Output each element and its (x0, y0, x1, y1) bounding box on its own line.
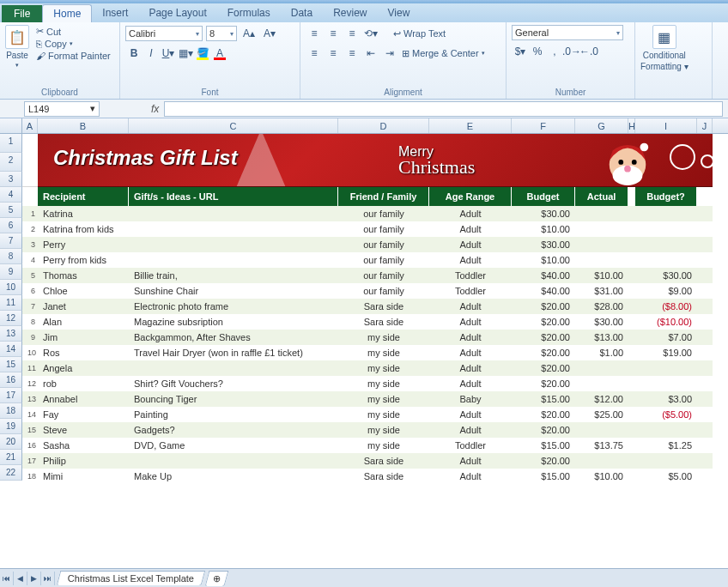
conditional-formatting-button[interactable]: ▦ Conditional Formatting ▾ (640, 25, 689, 71)
underline-button[interactable]: U▾ (160, 45, 177, 62)
table-cell[interactable]: Bouncing Tiger (129, 394, 338, 404)
table-cell[interactable]: $15.00 (512, 394, 575, 404)
row-header[interactable]: 9 (0, 264, 22, 280)
table-cell[interactable]: Adult (429, 317, 512, 327)
row-header[interactable]: 18 (0, 403, 22, 419)
table-cell[interactable]: $12.00 (575, 394, 628, 404)
comma-button[interactable]: , (546, 43, 563, 60)
table-cell[interactable]: $15.00 (512, 440, 575, 451)
table-cell[interactable]: Adult (429, 224, 512, 234)
table-cell[interactable]: $20.00 (512, 378, 575, 389)
table-cell[interactable]: my side (338, 440, 429, 451)
tab-home[interactable]: Home (42, 4, 92, 22)
row-header[interactable]: 13 (0, 326, 22, 342)
table-cell[interactable]: Jim (38, 332, 129, 342)
table-cell[interactable]: Sara side (338, 456, 429, 466)
table-cell[interactable]: Adult (429, 209, 512, 219)
table-cell[interactable]: $10.00 (575, 471, 628, 481)
table-cell[interactable]: Shirt? Gift Vouchers? (129, 378, 338, 389)
table-cell[interactable]: 12 (22, 379, 38, 388)
last-sheet-button[interactable]: ⏭ (41, 572, 55, 585)
dec-decimal-button[interactable]: ←.0 (580, 43, 598, 60)
font-color-button[interactable]: A (211, 45, 228, 62)
table-cell[interactable]: Electronic photo frame (129, 301, 338, 312)
table-cell[interactable]: Ros (38, 348, 129, 358)
prev-sheet-button[interactable]: ◀ (14, 572, 27, 585)
table-cell[interactable]: our family (338, 239, 429, 250)
table-cell[interactable]: $1.25 (635, 440, 697, 451)
table-cell[interactable]: Sara side (338, 471, 429, 481)
format-painter-button[interactable]: 🖌Format Painter (34, 50, 112, 62)
table-cell[interactable]: Baby (429, 394, 512, 404)
row-header[interactable]: 16 (0, 372, 22, 388)
table-cell[interactable]: $13.00 (575, 332, 628, 342)
shrink-font-button[interactable]: A▾ (261, 25, 278, 42)
table-row[interactable]: 5ThomasBillie train,our familyToddler$40… (22, 268, 713, 283)
table-row[interactable]: 13AnnabelBouncing Tigermy sideBaby$15.00… (22, 391, 713, 407)
font-size-select[interactable]: 8▾ (206, 26, 237, 41)
table-cell[interactable]: 14 (22, 410, 38, 419)
table-cell[interactable]: 11 (22, 364, 38, 372)
table-cell[interactable]: 10 (22, 348, 38, 357)
table-cell[interactable]: Thomas (38, 270, 129, 281)
row-header[interactable]: 1 (0, 134, 22, 153)
table-cell[interactable]: $20.00 (512, 409, 575, 420)
table-cell[interactable]: 8 (22, 318, 38, 326)
column-header[interactable]: H (628, 118, 635, 133)
tab-data[interactable]: Data (281, 4, 323, 22)
table-cell[interactable]: Toddler (429, 440, 512, 451)
table-cell[interactable]: our family (338, 286, 429, 296)
align-top-button[interactable]: ≡ (306, 25, 323, 42)
row-header[interactable]: 12 (0, 311, 22, 326)
table-cell[interactable]: Katrina (38, 209, 129, 219)
table-cell[interactable]: Alan (38, 317, 129, 327)
table-cell[interactable]: ($8.00) (635, 301, 697, 312)
table-cell[interactable]: our family (338, 224, 429, 234)
table-cell[interactable]: my side (338, 409, 429, 420)
table-cell[interactable]: Annabel (38, 394, 129, 404)
fx-icon[interactable]: fx (151, 103, 159, 115)
file-tab[interactable]: File (2, 5, 42, 22)
tab-review[interactable]: Review (323, 4, 377, 22)
table-row[interactable]: 16SashaDVD, Gamemy sideToddler$15.00$13.… (22, 438, 713, 453)
next-sheet-button[interactable]: ▶ (27, 572, 41, 585)
table-cell[interactable]: Angela (38, 363, 129, 373)
table-cell[interactable]: my side (338, 332, 429, 342)
table-cell[interactable]: Painting (129, 409, 338, 420)
table-cell[interactable]: Make Up (129, 471, 338, 481)
table-cell[interactable]: Chloe (38, 286, 129, 296)
select-all-corner[interactable] (0, 118, 22, 133)
table-cell[interactable]: $30.00 (512, 239, 575, 250)
column-header[interactable]: E (429, 118, 512, 133)
table-cell[interactable]: $10.00 (512, 224, 575, 234)
table-cell[interactable]: 9 (22, 333, 38, 342)
table-cell[interactable]: 15 (22, 426, 38, 434)
table-row[interactable]: 8AlanMagazine subsriptionSara sideAdult$… (22, 314, 713, 330)
table-cell[interactable]: my side (338, 425, 429, 435)
table-cell[interactable]: Adult (429, 332, 512, 342)
table-cell[interactable]: Backgammon, After Shaves (129, 332, 338, 342)
tab-formulas[interactable]: Formulas (217, 4, 281, 22)
table-cell[interactable]: $1.00 (575, 348, 628, 358)
orientation-button[interactable]: ⟲▾ (362, 25, 379, 42)
row-header[interactable]: 22 (0, 465, 22, 481)
table-cell[interactable]: 1 (22, 209, 38, 218)
table-cell[interactable]: Perry from kids (38, 255, 129, 265)
table-cell[interactable]: Adult (429, 301, 512, 312)
percent-button[interactable]: % (529, 43, 546, 60)
table-cell[interactable]: Adult (429, 409, 512, 420)
column-header[interactable]: G (575, 118, 628, 133)
currency-button[interactable]: $▾ (512, 43, 529, 60)
table-row[interactable]: 3Perryour familyAdult$30.00 (22, 237, 713, 252)
table-cell[interactable]: $20.00 (512, 425, 575, 435)
table-row[interactable]: 11Angelamy sideAdult$20.00 (22, 360, 713, 376)
border-button[interactable]: ▦▾ (177, 45, 194, 62)
table-cell[interactable]: $20.00 (512, 456, 575, 466)
table-cell[interactable]: 7 (22, 302, 38, 311)
column-header[interactable]: I (635, 118, 697, 133)
table-cell[interactable]: $30.00 (575, 317, 628, 327)
table-row[interactable]: 4Perry from kidsour familyAdult$10.00 (22, 252, 713, 268)
table-cell[interactable]: Adult (429, 363, 512, 373)
table-cell[interactable]: Adult (429, 239, 512, 250)
row-header[interactable]: 14 (0, 342, 22, 357)
